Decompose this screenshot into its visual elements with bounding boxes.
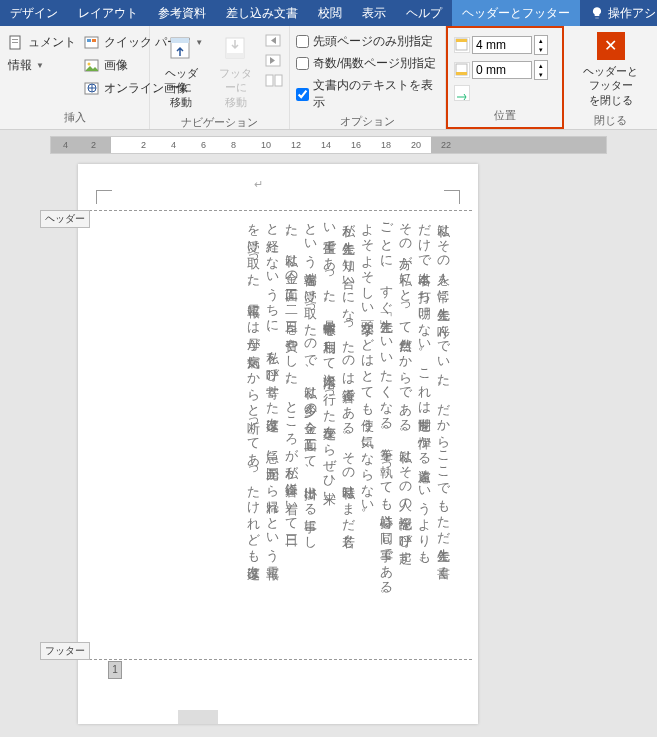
text-line: 私が先生と知り合いになったのは鎌倉である。その時私はまだ若々し (342, 214, 355, 654)
text-line: た。私は金の工面に二、三日を費やした。ところが私が鎌倉に着いて三日 (285, 214, 298, 654)
ruler-tick: 4 (63, 140, 68, 150)
tab-design[interactable]: デザイン (0, 0, 68, 26)
spin-up-icon[interactable]: ▴ (535, 36, 547, 45)
first-page-different-checkbox[interactable]: 先頭ページのみ別指定 (296, 32, 439, 51)
tab-review[interactable]: 校閲 (308, 0, 352, 26)
ruler-tick: 16 (351, 140, 361, 150)
ribbon-tabs: デザイン レイアウト 参考資料 差し込み文書 校閲 表示 ヘルプ ヘッダーとフッ… (0, 0, 657, 26)
ruler-tick: 2 (141, 140, 146, 150)
ruler-tick: 20 (411, 140, 421, 150)
group-label-nav: ナビゲーション (156, 113, 283, 134)
spin-up-icon[interactable]: ▴ (535, 61, 547, 70)
ruler-tick: 14 (321, 140, 331, 150)
svg-rect-13 (226, 53, 244, 58)
group-label-position: 位置 (454, 106, 556, 127)
tab-header-footer[interactable]: ヘッダーとフッター (452, 0, 580, 26)
ruler-tick: 6 (201, 140, 206, 150)
svg-rect-1 (12, 39, 18, 40)
insert-alignment-tab-button[interactable] (454, 84, 548, 102)
tab-mailings[interactable]: 差し込み文書 (216, 0, 308, 26)
svg-rect-21 (456, 72, 467, 75)
link-previous-icon[interactable] (265, 74, 283, 88)
tab-view[interactable]: 表示 (352, 0, 396, 26)
group-label-close: 閉じる (570, 111, 651, 132)
ruler-tick: 18 (381, 140, 391, 150)
image-icon (84, 58, 100, 74)
footer-tag: フッター (40, 642, 90, 660)
doc-info-dropdown[interactable]: 情報▼ (6, 55, 78, 76)
text-line: だけで本名は打ち明けない。これは世間を憚かる遠慮というよりも、 (418, 214, 431, 654)
svg-rect-2 (12, 42, 18, 43)
header-from-top-spinner[interactable]: ▴▾ (454, 34, 548, 56)
svg-rect-16 (266, 75, 273, 86)
header-from-top-input[interactable] (472, 36, 532, 54)
svg-rect-3 (85, 37, 98, 48)
lightbulb-icon (590, 6, 604, 20)
document-body[interactable]: 私はその人を常に先生と呼んでいた。だからここでもただ先生と書くだけで本名は打ち明… (118, 214, 450, 654)
goto-header-button[interactable]: ヘッダーに 移動 (156, 28, 207, 113)
footer-from-bottom-spinner[interactable]: ▴▾ (454, 59, 548, 81)
footer-distance-icon (454, 62, 470, 78)
align-tab-icon (454, 85, 470, 101)
spin-down-icon[interactable]: ▾ (535, 70, 547, 79)
goto-header-icon (165, 32, 197, 64)
header-tag: ヘッダー (40, 210, 90, 228)
svg-rect-5 (92, 39, 96, 42)
ruler-tick: 2 (91, 140, 96, 150)
ruler-tick: 12 (291, 140, 301, 150)
paragraph-mark-icon: ↵ (254, 178, 263, 191)
tab-help[interactable]: ヘルプ (396, 0, 452, 26)
text-line: ごとに、すぐ「先生」といいたくなる。筆を執っても心持は同じ事である。 (380, 214, 393, 654)
quickparts-icon (84, 35, 100, 51)
ruler-tick: 8 (231, 140, 236, 150)
document-icon (8, 35, 24, 51)
text-line: を受け取った。電報には母が病気だからと断ってあったけれども友達は (247, 214, 260, 654)
svg-rect-4 (87, 39, 91, 42)
tab-layout[interactable]: レイアウト (68, 0, 148, 26)
ruler-tick: 22 (441, 140, 451, 150)
ruler-tick: 4 (171, 140, 176, 150)
show-document-text-checkbox[interactable]: 文書内のテキストを表示 (296, 76, 439, 112)
text-line: 私はその人を常に先生と呼んでいた。だからここでもただ先生と書く (437, 214, 450, 654)
goto-footer-button: フッターに 移動 (211, 28, 262, 113)
next-section-icon[interactable] (265, 54, 283, 68)
header-boundary (84, 210, 472, 211)
tell-me-search[interactable]: 操作アシ (580, 0, 657, 26)
text-line: と経たないうちに、私を呼び寄せた友達は、急に国元から帰れという電報 (266, 214, 279, 654)
close-header-footer-button[interactable]: ✕ ヘッダーとフッター を閉じる (570, 28, 651, 111)
footer-boundary (84, 659, 472, 660)
text-line: という端書を受け取ったので、私は多少の金を工面して、出掛ける事にし (304, 214, 317, 654)
ribbon: ュメント 情報▼ クイック パーツ▼ 画像 オンライン画像 (0, 26, 657, 130)
chevron-down-icon: ▼ (36, 61, 44, 70)
text-line: い書生であった。暑中休暇を利用して海水浴に行った友達からぜひ来い (323, 214, 336, 654)
group-label-insert: 挿入 (6, 108, 143, 129)
horizontal-ruler[interactable]: 42246810121416182022 (50, 136, 607, 154)
header-distance-icon (454, 37, 470, 53)
footer-page-number[interactable]: 1 (108, 661, 122, 679)
odd-even-different-checkbox[interactable]: 奇数/偶数ページ別指定 (296, 54, 439, 73)
online-image-icon (84, 81, 100, 97)
svg-rect-17 (275, 75, 282, 86)
doc-info-button[interactable]: ュメント (6, 32, 78, 53)
prev-section-icon[interactable] (265, 34, 283, 48)
text-line: よそよそしい頭文字などはとても使う気にならない。 (361, 214, 374, 654)
tab-references[interactable]: 参考資料 (148, 0, 216, 26)
close-icon: ✕ (597, 32, 625, 60)
scrollbar-stub[interactable] (178, 710, 218, 724)
text-line: その方が私にとって自然だからである。私はその人の記憶を呼び起す (399, 214, 412, 654)
spin-down-icon[interactable]: ▾ (535, 45, 547, 54)
svg-rect-19 (456, 39, 467, 42)
svg-rect-11 (171, 38, 189, 43)
footer-from-bottom-input[interactable] (472, 61, 532, 79)
group-label-options: オプション (296, 112, 439, 133)
ruler-tick: 10 (261, 140, 271, 150)
svg-point-7 (88, 62, 91, 65)
goto-footer-icon (220, 32, 252, 64)
document-page: ヘッダー ↵ 私はその人を常に先生と呼んでいた。だからここでもただ先生と書くだけ… (78, 164, 478, 724)
